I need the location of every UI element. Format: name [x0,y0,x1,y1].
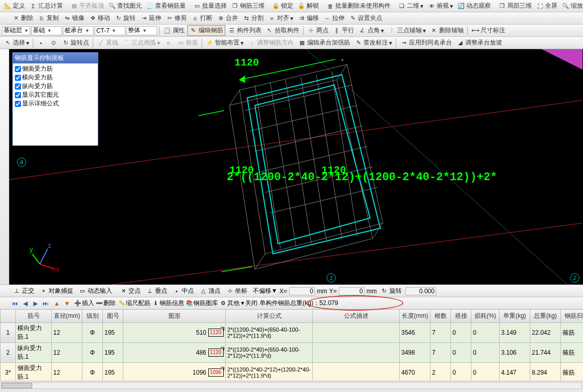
viewport-3d[interactable]: 1120 1120 1120 2*((1200-2*40-2*12)+(1200… [9,49,583,285]
break-button[interactable]: ⎋打断 [189,13,214,23]
stretch-button[interactable]: ↔拉伸 [321,13,346,23]
twopt-button[interactable]: ⊹两点 [306,26,330,35]
rebar-lib-button[interactable]: 📚钢筋图库 [185,299,218,308]
nav-prev[interactable]: ◀ [20,299,30,308]
nav-next[interactable]: ▶ [31,299,40,308]
editcapstrong-button[interactable]: ▦编辑承台加强筋 [296,38,352,48]
chk-side[interactable]: 侧面受力筋 [14,64,97,73]
other-button[interactable]: ⚙其他 ▾ [219,299,244,308]
delaux-button[interactable]: ✕删除辅轴 [428,26,465,35]
view-rebar-button[interactable]: 🧾查看钢筋量 [144,1,187,11]
align-button[interactable]: ≡对齐 ▾ [266,13,295,23]
adjustdir-button[interactable]: ↕调整钢筋方向 [246,38,295,48]
table-header-row: 筋号直径(mm) 级别图号图形 计算公式公式描述长度(mm) 根数搭接损耗(%)… [1,310,584,323]
unlock-button[interactable]: 🔓解锁 [296,1,320,11]
pick-button[interactable]: ↖拾取构件 [264,26,301,35]
fullscreen-button[interactable]: ⛶全屏 [534,1,559,11]
copy-button[interactable]: ⎘复制 [36,13,60,23]
move-icon: ✥ [89,14,97,23]
elem-list-button[interactable]: ☰构件列表 [226,26,263,35]
chk-vert[interactable]: 纵向受力筋 [14,82,97,91]
rebar-display-panel[interactable]: 钢筋显示控制面板 侧面受力筋 横向受力筋 纵向受力筋 显示其它图元 显示详细公式 [12,52,98,146]
icon-btn-1[interactable]: • [35,38,47,48]
ortho-button[interactable]: ⊥正交 [11,286,36,296]
batch-del-button[interactable]: 🗑批量删除未使用构件 [325,1,392,11]
table-row[interactable]: 3*侧面受力筋.112Φ195109610962*((1200-2*40-2*1… [1,363,584,381]
delete-row-button[interactable]: ➖删除 [95,299,116,308]
arc-button[interactable]: ⌒三点画弧 ▾ [121,38,162,48]
topview-button[interactable]: 👁俯视 ▾ [426,1,455,11]
move-button[interactable]: ✥移动 [87,13,112,23]
cross-button[interactable]: ✕交点 [118,286,142,296]
applysame-button[interactable]: ⇒应用到同名承台 [398,38,454,48]
local3d-button[interactable]: ❒局部三维 [496,1,533,11]
nav-last[interactable]: ⏭ [41,299,50,308]
sum-button[interactable]: Σ汇总计算 [28,1,64,11]
dyninput-button[interactable]: ▭动态输入 [77,286,114,296]
rebar-grid[interactable]: 筋号直径(mm) 级别图号图形 计算公式公式描述长度(mm) 根数搭接损耗(%)… [0,309,583,381]
adjustslope-button[interactable]: ◢调整承台放坡 [455,38,504,48]
chk-formula[interactable]: 显示详细公式 [14,99,97,108]
floor-dropdown[interactable]: 基础层▼ [2,26,30,35]
icon-btn-2[interactable]: ⊙ [48,38,59,48]
scope-dropdown[interactable]: 整体▼ [126,26,157,35]
coord-button[interactable]: ⊹坐标 [224,286,249,296]
find-button[interactable]: 🔍查找图元 [106,1,143,11]
extend-button[interactable]: ⇥延伸 [138,13,163,23]
threeptaux-button[interactable]: ⋮三点辅轴 ▾ [386,26,427,35]
smartplace-button[interactable]: ⚡智能布置 ▾ [204,38,245,48]
osnap-button[interactable]: ⌖对象捕捉 [38,286,75,296]
chk-other[interactable]: 显示其它图元 [14,91,97,99]
rebar-info-button[interactable]: ℹ钢筋信息 [152,299,184,308]
offset-mode-dropdown[interactable]: 不偏移▼ [253,287,277,295]
type-dropdown[interactable]: 桩承台▼ [63,26,94,35]
perp-button[interactable]: ⊥垂点 [144,286,169,296]
member-dropdown[interactable]: CT-7▼ [95,26,125,35]
define-button[interactable]: 📐定义 [2,1,27,11]
rotate-button[interactable]: ↻旋转 [113,13,137,23]
edit-rebar-button[interactable]: ✎编辑钢筋 [187,25,225,36]
rebar-3d-button[interactable]: ❒钢筋三维 [229,1,266,11]
rot-input[interactable] [405,287,436,295]
other-icon: ⚙ [219,299,227,308]
insert-button[interactable]: ➕插入 [74,299,94,308]
horizontal-scrollbar[interactable] [0,381,583,390]
mirror-button[interactable]: ⇋镜像 [61,13,86,23]
select-button[interactable]: ↖选择 ▾ [2,38,31,48]
delete-button[interactable]: ✕删除 [10,13,35,23]
scale-rebar-button[interactable]: 📏缩尺配筋 [118,299,150,308]
zoom-button[interactable]: 🔍缩放 [560,1,583,11]
category-dropdown[interactable]: 基础▼ [31,26,62,35]
merge-button[interactable]: ⊕合并 [215,13,240,23]
two-d-button[interactable]: ❏二维 ▾ [396,1,425,11]
rotatept-button[interactable]: ↻旋转点 [60,38,91,48]
batch-select-button[interactable]: ▭批量选择 [191,1,228,11]
apex-button[interactable]: △顶点 [198,286,222,296]
trim-button[interactable]: ✂修剪 [164,13,188,23]
checknote-button[interactable]: ✎查改标注 ▾ [353,38,394,48]
nav-down[interactable]: ▼ [62,299,72,308]
setgrip-button[interactable]: ✎设置夹点 [347,13,384,23]
close-button[interactable]: 关闭 [245,299,257,308]
chk-horiz[interactable]: 横向受力筋 [14,73,97,82]
lock-button[interactable]: 🔒锁定 [270,1,295,11]
rebar-table[interactable]: 筋号直径(mm) 级别图号图形 计算公式公式描述长度(mm) 根数搭接损耗(%)… [0,309,583,381]
mid-button[interactable]: •中点 [171,286,196,296]
table-row[interactable]: 1横向受力筋.112Φ19551011202*((1200-2*40)+(650… [1,323,584,343]
parallel-button[interactable]: ∥平行 [331,26,356,35]
table-row[interactable]: 2纵向受力筋.112Φ19548611202*((1200-2*40)+(650… [1,343,584,363]
attr-button[interactable]: 📋属性 [162,26,186,35]
dimnote-button[interactable]: ⟷尺寸标注 [470,26,507,35]
line-button[interactable]: ╱直线 [95,38,120,48]
y-input[interactable] [339,287,364,295]
ptangle-button[interactable]: ∠点角 ▾ [357,26,385,35]
x-input[interactable] [289,287,315,295]
nav-first[interactable]: ⏮ [10,299,19,308]
split-button[interactable]: ⇆分割 [241,13,265,23]
offset-button[interactable]: ⇉偏移 [296,13,320,23]
flat-button[interactable]: ▦平齐板顶 [69,1,105,11]
rect-button[interactable]: ▭矩形 [175,38,200,48]
dynview-button[interactable]: 🔄动态观察 [456,1,492,11]
icon-btn-3[interactable]: ○ [163,38,174,48]
nav-up[interactable]: ▲ [52,299,61,308]
